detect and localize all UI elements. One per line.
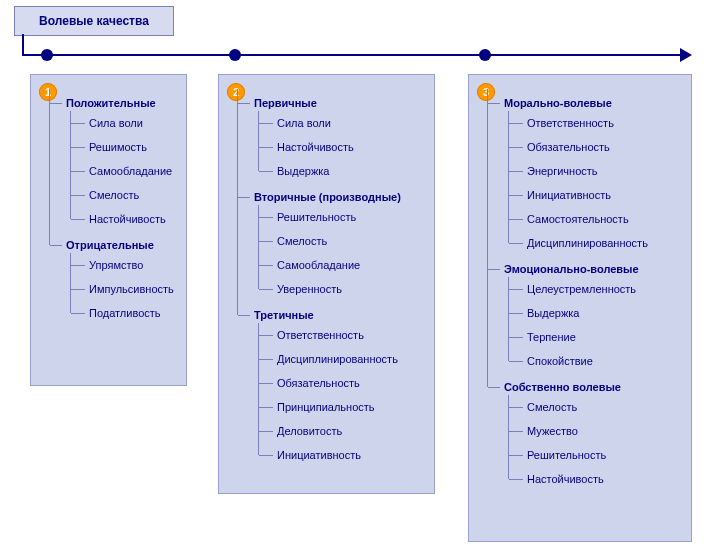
- tree-item: Дисциплинированность: [258, 347, 428, 371]
- tree-item: Принципиальность: [258, 395, 428, 419]
- group-label: Собственно волевые: [504, 381, 621, 393]
- tree-item: Дисциплинированность: [508, 231, 685, 255]
- arrow-icon: [680, 48, 692, 62]
- tree-item: Спокойствие: [508, 349, 685, 373]
- panel-tree: Морально-волевыеОтветственностьОбязатель…: [477, 89, 685, 491]
- tree-item: Решительность: [508, 443, 685, 467]
- tree-item: Настойчивость: [258, 135, 428, 159]
- group-label: Морально-волевые: [504, 97, 612, 109]
- tree-group: ПоложительныеСила волиРешимостьСамооблад…: [49, 89, 180, 231]
- tree-item: Инициативность: [508, 183, 685, 207]
- tree-item: Сила воли: [70, 111, 180, 135]
- group-label: Вторичные (производные): [254, 191, 401, 203]
- tree-item: Целеустремленность: [508, 277, 685, 301]
- tree-item: Настойчивость: [508, 467, 685, 491]
- tree-item: Сила воли: [258, 111, 428, 135]
- group-label: Эмоционально-волевые: [504, 263, 639, 275]
- tree-item: Деловитость: [258, 419, 428, 443]
- tree-item: Ответственность: [508, 111, 685, 135]
- tree-group: Собственно волевыеСмелостьМужествоРешите…: [487, 373, 685, 491]
- tree-item: Смелость: [258, 229, 428, 253]
- group-label: Отрицательные: [66, 239, 154, 251]
- group-label: Первичные: [254, 97, 317, 109]
- tree-item: Обязательность: [508, 135, 685, 159]
- timeline-dot-2: [229, 49, 241, 61]
- tree-group: Морально-волевыеОтветственностьОбязатель…: [487, 89, 685, 255]
- timeline: [22, 54, 682, 56]
- tree-item: Упрямство: [70, 253, 180, 277]
- tree-group: Эмоционально-волевыеЦелеустремленностьВы…: [487, 255, 685, 373]
- tree-item: Терпение: [508, 325, 685, 349]
- tree-group: Вторичные (производные)РешительностьСмел…: [237, 183, 428, 301]
- tree-item: Уверенность: [258, 277, 428, 301]
- tree-group: ОтрицательныеУпрямствоИмпульсивностьПода…: [49, 231, 180, 325]
- panel-1: 1ПоложительныеСила волиРешимостьСамообла…: [30, 74, 187, 386]
- timeline-dot-1: [41, 49, 53, 61]
- tree-item: Смелость: [508, 395, 685, 419]
- tree-item: Выдержка: [258, 159, 428, 183]
- tree-item: Инициативность: [258, 443, 428, 467]
- group-label: Положительные: [66, 97, 156, 109]
- panel-2: 2ПервичныеСила волиНастойчивостьВыдержка…: [218, 74, 435, 494]
- tree-item: Самообладание: [70, 159, 180, 183]
- tree-group: ТретичныеОтветственностьДисциплинированн…: [237, 301, 428, 467]
- panel-3: 3Морально-волевыеОтветственностьОбязател…: [468, 74, 692, 542]
- tree-item: Мужество: [508, 419, 685, 443]
- tree-item: Смелость: [70, 183, 180, 207]
- tree-item: Выдержка: [508, 301, 685, 325]
- tree-group: ПервичныеСила волиНастойчивостьВыдержка: [237, 89, 428, 183]
- tree-item: Решимость: [70, 135, 180, 159]
- panel-tree: ПервичныеСила волиНастойчивостьВыдержкаВ…: [227, 89, 428, 467]
- tree-item: Энергичность: [508, 159, 685, 183]
- tree-item: Ответственность: [258, 323, 428, 347]
- tree-item: Податливость: [70, 301, 180, 325]
- title-box: Волевые качества: [14, 6, 174, 36]
- group-label: Третичные: [254, 309, 314, 321]
- tree-item: Самостоятельность: [508, 207, 685, 231]
- tree-item: Импульсивность: [70, 277, 180, 301]
- tree-item: Решительность: [258, 205, 428, 229]
- tree-item: Настойчивость: [70, 207, 180, 231]
- timeline-dot-3: [479, 49, 491, 61]
- timeline-vertical: [22, 34, 24, 56]
- tree-item: Самообладание: [258, 253, 428, 277]
- diagram-canvas: Волевые качества 1ПоложительныеСила воли…: [0, 0, 722, 551]
- tree-item: Обязательность: [258, 371, 428, 395]
- title-label: Волевые качества: [39, 14, 149, 28]
- panel-tree: ПоложительныеСила волиРешимостьСамооблад…: [39, 89, 180, 325]
